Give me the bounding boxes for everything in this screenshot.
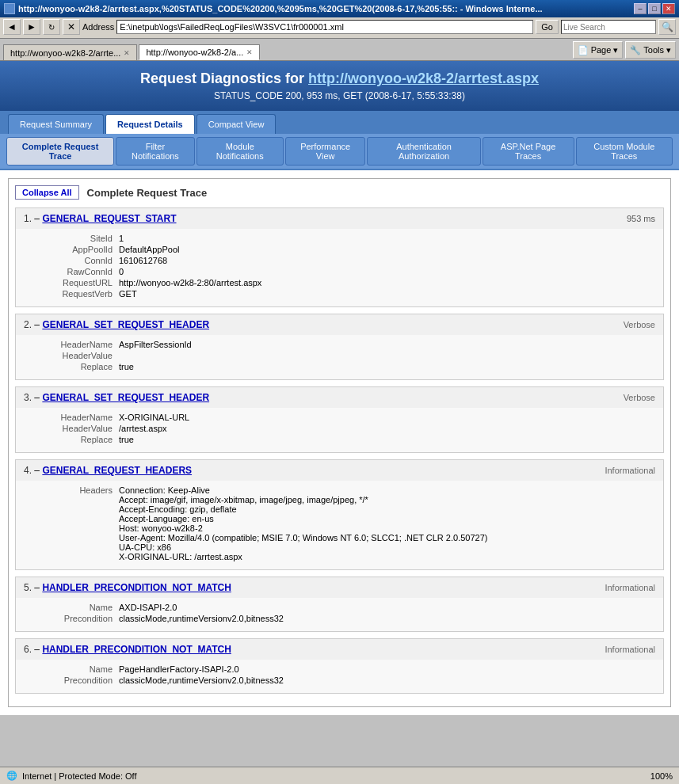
page-header-title: Request Diagnostics for http://wonyoo-w2… (8, 70, 671, 87)
table-row: Name AXD-ISAPI-2.0 (24, 603, 655, 612)
go-button[interactable]: Go (536, 20, 559, 34)
page-header-url[interactable]: http://wonyoo-w2k8-2/arrtest.aspx (308, 70, 539, 86)
sec-tab-auth[interactable]: Authentication Authorization (367, 137, 480, 166)
field-key: Headers (24, 485, 119, 495)
page-header-subtitle: STATUS_CODE 200, 953 ms, GET (2008-6-17,… (8, 90, 671, 101)
search-button[interactable]: 🔍 (658, 19, 676, 35)
trace-item-1-link[interactable]: GENERAL_REQUEST_START (42, 213, 176, 224)
trace-item-2: 2. – GENERAL_SET_REQUEST_HEADER Verbose … (15, 314, 664, 380)
stop-button[interactable]: ✕ (63, 19, 80, 35)
forward-button[interactable]: ► (23, 19, 40, 35)
trace-item-6-minus: – (34, 644, 42, 655)
trace-item-2-title: 2. – GENERAL_SET_REQUEST_HEADER (24, 319, 209, 330)
browser-tab-2[interactable]: http://wonyoo-w2k8-2/a... ✕ (139, 44, 260, 60)
content-area: Collapse All Complete Request Trace 1. –… (0, 170, 679, 715)
field-val: Connection: Keep-Alive Accept: image/gif… (119, 485, 487, 561)
sec-tab-aspnet[interactable]: ASP.Net Page Traces (483, 137, 574, 166)
tab-request-summary[interactable]: Request Summary (8, 114, 104, 134)
trace-item-3-badge: Verbose (624, 393, 655, 402)
field-val: PageHandlerFactory-ISAPI-2.0 (119, 664, 239, 674)
trace-header: Collapse All Complete Request Trace (15, 185, 664, 200)
field-key: HeaderValue (24, 424, 119, 433)
app-icon (4, 3, 15, 14)
trace-item-4-link[interactable]: GENERAL_REQUEST_HEADERS (42, 465, 192, 476)
back-button[interactable]: ◄ (3, 19, 21, 35)
trace-item-4-body: Headers Connection: Keep-Alive Accept: i… (16, 481, 663, 569)
trace-item-5-link[interactable]: HANDLER_PRECONDITION_NOT_MATCH (42, 582, 231, 593)
field-val: classicMode,runtimeVersionv2.0,bitness32 (119, 676, 284, 685)
sec-tab-module[interactable]: Module Notifications (196, 137, 284, 166)
table-row: AppPoolId DefaultAppPool (24, 245, 655, 254)
window-titlebar: http://wonyoo-w2k8-2/arrtest.aspx,%20STA… (0, 0, 679, 17)
table-row: Name PageHandlerFactory-ISAPI-2.0 (24, 664, 655, 674)
table-row: HeaderValue (24, 351, 655, 360)
field-key: HeaderName (24, 340, 119, 349)
secondary-tab-bar: Complete Request Trace Filter Notificati… (0, 134, 679, 170)
field-key: RequestURL (24, 278, 119, 287)
trace-item-4-badge: Informational (605, 466, 655, 475)
trace-item-6-num: 6. (24, 644, 32, 655)
refresh-button[interactable]: ↻ (43, 19, 60, 35)
status-left: 🌐 Internet | Protected Mode: Off (6, 771, 137, 781)
tab-close-2[interactable]: ✕ (246, 48, 253, 56)
trace-item-1-body: SiteId 1 AppPoolId DefaultAppPool ConnId… (16, 229, 663, 306)
field-val: AspFilterSessionId (119, 340, 192, 349)
field-key: RequestVerb (24, 289, 119, 299)
tools-button[interactable]: 🔧 Tools ▾ (625, 41, 676, 59)
trace-item-5-title: 5. – HANDLER_PRECONDITION_NOT_MATCH (24, 582, 231, 593)
table-row: ConnId 1610612768 (24, 256, 655, 265)
tab-close-1[interactable]: ✕ (124, 49, 130, 57)
tab-compact-view[interactable]: Compact View (196, 114, 277, 134)
field-val: DefaultAppPool (119, 245, 179, 254)
table-row: Replace true (24, 362, 655, 371)
field-key: AppPoolId (24, 245, 119, 254)
browser-right-tools: 📄 Page ▾ 🔧 Tools ▾ (573, 41, 676, 59)
trace-item-4-minus: – (34, 465, 42, 476)
field-key: Name (24, 603, 119, 612)
trace-item-1-header: 1. – GENERAL_REQUEST_START 953 ms (16, 208, 663, 229)
sec-tab-complete-trace[interactable]: Complete Request Trace (6, 137, 114, 166)
trace-item-6-body: Name PageHandlerFactory-ISAPI-2.0 Precon… (16, 660, 663, 693)
trace-item-2-num: 2. (24, 319, 32, 330)
trace-item-6-title: 6. – HANDLER_PRECONDITION_NOT_MATCH (24, 644, 231, 655)
trace-container: Collapse All Complete Request Trace 1. –… (8, 178, 671, 707)
field-val: X-ORIGINAL-URL (119, 413, 189, 422)
trace-item-4-header: 4. – GENERAL_REQUEST_HEADERS Information… (16, 460, 663, 481)
table-row: RequestURL http://wonyoo-w2k8-2:80/arrte… (24, 278, 655, 287)
collapse-all-button[interactable]: Collapse All (15, 185, 79, 200)
address-toolbar: ◄ ► ↻ ✕ Address Go 🔍 (0, 17, 679, 39)
window-title: http://wonyoo-w2k8-2/arrtest.aspx,%20STA… (18, 4, 543, 13)
sec-tab-performance[interactable]: Performance View (285, 137, 366, 166)
sec-tab-custom[interactable]: Custom Module Traces (576, 137, 673, 166)
address-label: Address (82, 22, 114, 32)
field-key: Name (24, 664, 119, 674)
restore-button[interactable]: □ (648, 3, 661, 14)
trace-item-6-header: 6. – HANDLER_PRECONDITION_NOT_MATCH Info… (16, 639, 663, 660)
sec-tab-filter[interactable]: Filter Notifications (116, 137, 195, 166)
trace-item-2-minus: – (34, 319, 42, 330)
trace-item-2-link[interactable]: GENERAL_SET_REQUEST_HEADER (42, 319, 209, 330)
tab-request-details[interactable]: Request Details (105, 114, 195, 134)
browser-tab-1[interactable]: http://wonyoo-w2k8-2/arrte... ✕ (3, 44, 137, 60)
minimize-button[interactable]: – (634, 3, 647, 14)
close-button[interactable]: ✕ (662, 3, 675, 14)
field-key: Precondition (24, 676, 119, 685)
trace-item-2-badge: Verbose (624, 320, 655, 329)
tab-label-2: http://wonyoo-w2k8-2/a... (146, 48, 243, 57)
trace-item-6-link[interactable]: HANDLER_PRECONDITION_NOT_MATCH (42, 644, 231, 655)
trace-item-4-title: 4. – GENERAL_REQUEST_HEADERS (24, 465, 192, 476)
trace-item-4: 4. – GENERAL_REQUEST_HEADERS Information… (15, 459, 664, 570)
page-button[interactable]: 📄 Page ▾ (573, 41, 624, 59)
search-input[interactable] (561, 20, 656, 34)
trace-item-5-badge: Informational (605, 583, 655, 592)
address-input[interactable] (116, 20, 533, 34)
status-text: Internet | Protected Mode: Off (22, 771, 137, 781)
trace-item-3-body: HeaderName X-ORIGINAL-URL HeaderValue /a… (16, 408, 663, 452)
field-key: ConnId (24, 256, 119, 265)
table-row: HeaderValue /arrtest.aspx (24, 424, 655, 433)
field-key: HeaderValue (24, 351, 119, 360)
field-key: Replace (24, 362, 119, 371)
trace-item-3-link[interactable]: GENERAL_SET_REQUEST_HEADER (42, 392, 209, 403)
table-row: HeaderName AspFilterSessionId (24, 340, 655, 349)
trace-item-5-num: 5. (24, 582, 32, 593)
